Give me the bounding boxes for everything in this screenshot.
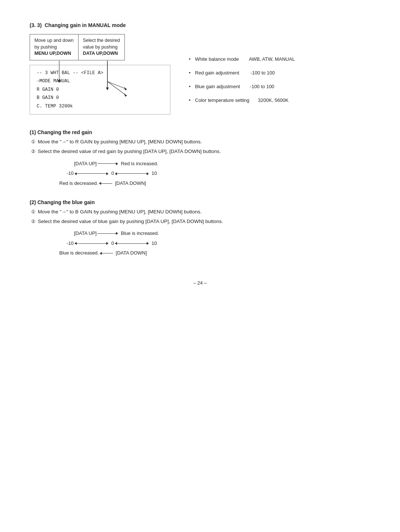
diagram-annotations: White balance mode AWB, ATW, MANUAL Red … (189, 34, 295, 103)
diagram-left: Move up and down by pushing MENU UP,DOWN… (30, 34, 170, 114)
menu-line5: C. TEMP 3200k (37, 102, 163, 111)
red-data-up-row: [DATA UP] Red is increased. (59, 159, 370, 169)
red-gain-title: (1) Changing the red gain (30, 129, 370, 135)
page-number: – 24 – (30, 280, 370, 286)
section-title: (3. 3) Changing gain in MANUAL mode (30, 22, 370, 28)
red-gain-step2: ② Select the desired value of red gain b… (30, 148, 370, 155)
blue-gain-diagram: [DATA UP] Blue is increased. -10 0 (59, 229, 370, 258)
diagram-container: Move up and down by pushing MENU UP,DOWN… (30, 34, 370, 114)
blue-gain-step1: ① Move the "→" to B GAIN by pushing [MEN… (30, 208, 370, 216)
annotation-2: Red gain adjustment -100 to 100 (189, 70, 295, 76)
blue-gain-step2: ② Select the desired value of blue gain … (30, 218, 370, 225)
blue-scale-row: -10 0 10 (59, 239, 370, 248)
annotation-3: Blue gain adjustment -100 to 100 (189, 84, 295, 89)
red-gain-step1: ① Move the "→" to R GAIN by pushing [MEN… (30, 138, 370, 146)
menu-display: -- 3 WHT BAL -- <FILE A> →MODE MANUAL R … (30, 65, 170, 115)
blue-gain-section: (2) Changing the blue gain ① Move the "→… (30, 199, 370, 258)
data-box: Select the desired value by pushing DATA… (78, 34, 125, 60)
annotation-1: White balance mode AWB, ATW, MANUAL (189, 56, 295, 62)
red-gain-section: (1) Changing the red gain ① Move the "→"… (30, 129, 370, 188)
red-gain-diagram: [DATA UP] Red is increased. -10 0 (59, 159, 370, 188)
red-data-down-row: Red is decreased. [DATA DOWN] (59, 179, 370, 188)
menu-line1: -- 3 WHT BAL -- <FILE A> (37, 69, 163, 77)
menu-line3: R GAIN 0 (37, 86, 163, 94)
red-scale-row: -10 0 10 (59, 169, 370, 178)
blue-gain-title: (2) Changing the blue gain (30, 199, 370, 205)
section-header: (3. 3) Changing gain in MANUAL mode (30, 22, 370, 28)
menu-line2: →MODE MANUAL (37, 77, 163, 86)
diagram-boxes: Move up and down by pushing MENU UP,DOWN… (30, 34, 170, 60)
menu-box: Move up and down by pushing MENU UP,DOWN (30, 34, 78, 60)
annotation-4: Color temperature setting 3200K, 5600K (189, 97, 295, 103)
blue-data-up-row: [DATA UP] Blue is increased. (59, 229, 370, 238)
menu-line4: B GAIN 0 (37, 94, 163, 102)
blue-data-down-row: Blue is decreased. [DATA DOWN] (59, 249, 370, 258)
